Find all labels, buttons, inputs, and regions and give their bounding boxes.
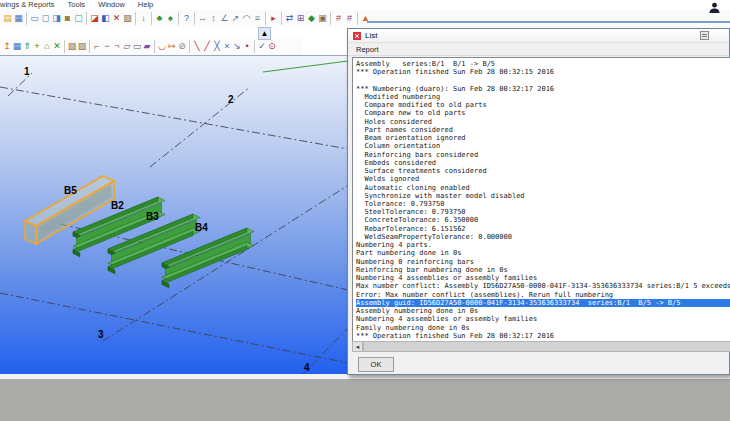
create-column-icon[interactable]: − — [102, 40, 112, 53]
part-representation-icon[interactable]: ▦ — [12, 40, 22, 53]
report-line[interactable]: Family numbering done in 0s — [356, 324, 730, 332]
report-line[interactable]: Modified numbering — [356, 93, 730, 101]
phase-manager-icon[interactable]: ⇑ — [22, 40, 32, 53]
create-line-2-icon[interactable]: ╱ — [202, 40, 212, 53]
numbering-icon[interactable]: # — [333, 12, 344, 25]
report-line[interactable]: Compare new to old parts — [356, 109, 730, 117]
print-icon[interactable] — [700, 31, 709, 40]
menu-item-help[interactable]: Help — [138, 0, 153, 9]
report-line[interactable]: Automatic cloning enabled — [356, 184, 730, 192]
report-line[interactable]: *** Operation finished Sun Feb 28 00:32:… — [356, 332, 730, 340]
report-line[interactable]: Reinforcing bar numbering done in 0s — [356, 266, 730, 274]
report-line[interactable]: Tolerance: 0.793750 — [356, 200, 730, 208]
intersect-tool-icon[interactable]: × — [222, 40, 232, 53]
snapshot-icon[interactable]: ◙ — [62, 12, 73, 25]
measure-bolt-icon[interactable]: ≡ — [252, 12, 263, 25]
create-weld-icon[interactable]: ◡ — [157, 40, 167, 53]
autodefaults-icon[interactable]: ♠ — [165, 12, 176, 25]
report-text-area[interactable]: Assembly series:B/1 B/1 -> B/5*** Operat… — [352, 57, 730, 341]
measure-vertical-icon[interactable]: ↕ — [208, 12, 219, 25]
autoconnection-icon[interactable]: ♣ — [154, 12, 165, 25]
drawing-list-icon[interactable]: ▧ — [67, 40, 77, 53]
report-line[interactable] — [356, 76, 730, 84]
move-object-icon[interactable]: ⇄ — [284, 12, 295, 25]
list-dialog-titlebar[interactable]: List — [348, 29, 729, 43]
applications-icon[interactable]: ◧ — [100, 12, 111, 25]
measure-angle-icon[interactable]: ∠ — [219, 12, 230, 25]
measure-horizontal-icon[interactable]: ↔ — [197, 12, 208, 25]
circle-tool-icon[interactable]: ⊙ — [267, 40, 277, 53]
measure-arc-icon[interactable]: ◠ — [241, 12, 252, 25]
report-line[interactable]: *** Operation finished Sun Feb 28 00:32:… — [356, 68, 730, 76]
menu-item-window[interactable]: Window — [98, 0, 125, 9]
create-plate-icon[interactable]: ▱ — [122, 40, 132, 53]
report-line[interactable]: Reinforcing bars considered — [356, 151, 730, 159]
component-catalog-icon[interactable]: ◪ — [89, 12, 100, 25]
copy-object-icon[interactable]: ⊞ — [295, 12, 306, 25]
drawing-catalog-icon[interactable]: ▨ — [77, 40, 87, 53]
delete-tool-icon[interactable]: ✕ — [52, 40, 62, 53]
menu-item-drawings-reports[interactable]: wings & Reports — [0, 0, 55, 9]
report-menu-label[interactable]: Report — [356, 45, 379, 54]
view-3d-icon[interactable]: ◨ — [51, 12, 62, 25]
report-line[interactable]: Numbering 4 assemblies or assembly famil… — [356, 315, 730, 323]
create-beam-icon[interactable]: ⌐ — [92, 40, 102, 53]
new-model-icon[interactable]: ▤ — [2, 12, 13, 25]
report-line[interactable]: Compare modified to old parts — [356, 101, 730, 109]
report-line[interactable]: Assembly series:B/1 B/1 -> B/5 — [356, 60, 730, 68]
report-line[interactable]: Error: Max number conflict (assemblies).… — [356, 291, 730, 299]
scrollbar-thumb[interactable] — [363, 341, 730, 352]
report-line[interactable]: Holes considered — [356, 118, 730, 126]
report-line[interactable]: Part numbering done in 0s — [356, 249, 730, 257]
pick-tool-icon[interactable]: ↓ — [138, 12, 149, 25]
report-line[interactable]: SteelTolerance: 0.793750 — [356, 208, 730, 216]
create-view-icon[interactable]: ▭ — [29, 12, 40, 25]
ok-button[interactable]: OK — [358, 357, 394, 372]
view-properties-icon[interactable]: ◻ — [40, 12, 51, 25]
no-weld-icon[interactable]: ⊘ — [177, 40, 187, 53]
render-options-icon[interactable]: ▢ — [73, 12, 84, 25]
crossing-lines-icon[interactable]: ╳ — [212, 40, 222, 53]
check-tool-icon[interactable]: ✓ — [257, 40, 267, 53]
report-line[interactable]: *** Numbering (duaro): Sun Feb 28 00:32:… — [356, 85, 730, 93]
numbering-settings-icon[interactable]: # — [344, 12, 355, 25]
report-line[interactable]: Column orientation — [356, 142, 730, 150]
create-slab-icon[interactable]: ▭ — [132, 40, 142, 53]
report-line[interactable]: Numbering 4 parts. — [356, 241, 730, 249]
paint-object-icon[interactable]: ◆ — [306, 12, 317, 25]
profile-catalog-icon[interactable]: ▧ — [122, 12, 133, 25]
scrollbar-left-arrow[interactable]: ◂ — [352, 341, 363, 352]
extend-line-icon[interactable]: ↘ — [232, 40, 242, 53]
report-line[interactable]: Synchronize with master model disabled — [356, 192, 730, 200]
lock-model-icon[interactable]: ⌂ — [42, 40, 52, 53]
add-phase-icon[interactable]: + — [32, 40, 42, 53]
organizer-icon[interactable]: ▣ — [317, 12, 328, 25]
report-line[interactable]: Part names considered — [356, 126, 730, 134]
lifting-tool-icon[interactable]: ↥ — [2, 40, 12, 53]
report-line[interactable]: Max number conflict: Assembly ID56D27A50… — [356, 282, 730, 290]
weld-by-hand-icon[interactable]: ↦ — [167, 40, 177, 53]
report-line[interactable]: Welds ignored — [356, 175, 730, 183]
report-line[interactable]: Surface treatments considered — [356, 167, 730, 175]
create-item-icon[interactable]: ▰ — [142, 40, 152, 53]
report-line[interactable]: Embeds considered — [356, 159, 730, 167]
open-model-icon[interactable]: ▦ — [13, 12, 24, 25]
menu-item-tools[interactable]: Tools — [68, 0, 86, 9]
inquire-icon[interactable]: ▸ — [268, 12, 279, 25]
report-line[interactable]: ConcreteTolerance: 6.350000 — [356, 216, 730, 224]
create-point-icon[interactable]: • — [242, 40, 252, 53]
create-polybeam-icon[interactable]: ¬ — [112, 40, 122, 53]
report-line[interactable]: WeldSeamPropertyTolerance: 0.000000 — [356, 233, 730, 241]
report-line[interactable]: Numbering 4 assemblies or assembly famil… — [356, 274, 730, 282]
macros-icon[interactable]: ✕ — [111, 12, 122, 25]
create-line-icon[interactable]: ╲ — [192, 40, 202, 53]
report-line[interactable]: RebarTolerance: 6.151562 — [356, 225, 730, 233]
fly-tool-icon[interactable]: ▲ — [258, 27, 271, 40]
report-line-selected[interactable]: Assembly guid: ID56D27A50-0000-041F-3134… — [356, 299, 730, 307]
report-line[interactable]: Numbering 0 reinforcing bars — [356, 258, 730, 266]
measure-free-icon[interactable]: ↗ — [230, 12, 241, 25]
user-account-icon[interactable] — [708, 0, 721, 12]
report-line[interactable]: Assembly numbering done in 0s — [356, 307, 730, 315]
clash-check-icon[interactable]: ? — [181, 12, 192, 25]
publish-icon[interactable]: ▲ — [360, 12, 371, 25]
